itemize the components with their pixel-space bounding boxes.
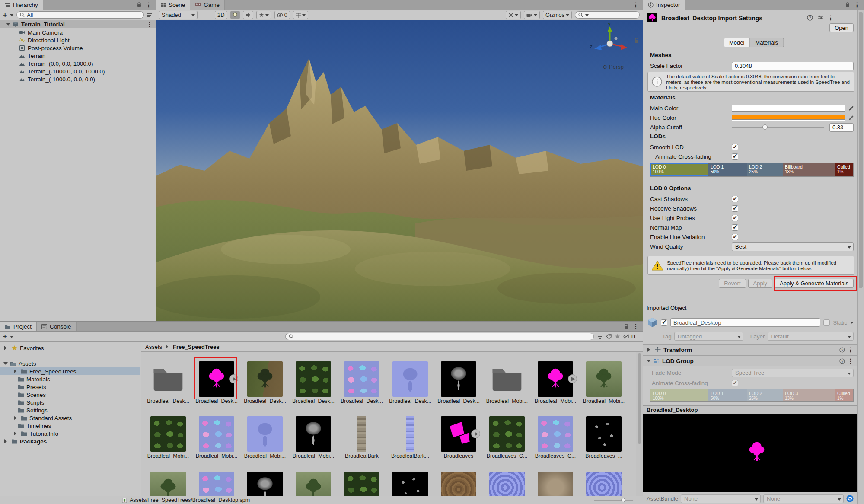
breadcrumb-root[interactable]: Assets — [145, 344, 162, 350]
component-menu-icon[interactable] — [848, 346, 854, 353]
gameobject-name-field[interactable]: Broadleaf_Desktop — [670, 318, 820, 327]
tree-item-tutorialinfo[interactable]: TutorialInfo — [0, 430, 140, 437]
create-dropdown-icon[interactable] — [10, 336, 13, 340]
eyedropper-icon[interactable] — [848, 105, 854, 111]
use-light-probes-checkbox[interactable] — [732, 215, 738, 221]
scene-menu-icon[interactable] — [147, 21, 153, 28]
asset-preview[interactable] — [643, 414, 857, 492]
hue-color-swatch[interactable] — [732, 115, 845, 121]
normalmap-tree-thumbnail[interactable] — [392, 361, 428, 397]
tree-item-free-speedtrees[interactable]: Free_SpeedTrees — [0, 367, 140, 375]
static-checkbox[interactable] — [823, 319, 830, 326]
asset-item[interactable]: Broadleaf_Mobi... — [586, 361, 622, 404]
foldout-down-icon[interactable] — [6, 23, 10, 28]
create-asset-button[interactable]: + — [3, 333, 7, 341]
slider-thumb[interactable] — [762, 124, 768, 130]
2d-toggle[interactable]: 2D — [215, 11, 227, 19]
asset-item-selected[interactable]: Broadleaf_Desk... — [199, 361, 234, 404]
leaf-atlas-thumbnail[interactable] — [489, 416, 525, 452]
lock-icon[interactable] — [137, 2, 141, 7]
scene-search[interactable] — [575, 11, 640, 19]
tab-game[interactable]: Game — [190, 0, 225, 10]
lod-group-component-header[interactable]: LOD Group ? — [643, 355, 857, 366]
asset-item[interactable]: Broadleaf_Desk... — [441, 361, 476, 404]
assetbundle-variant-dropdown[interactable]: None — [763, 494, 844, 503]
normalmap-atlas-thumbnail[interactable] — [344, 361, 379, 397]
audio-toggle[interactable] — [243, 11, 253, 19]
camera-settings-dropdown[interactable] — [524, 11, 540, 19]
lod2-segment[interactable]: LOD 225% — [747, 163, 783, 176]
asset-item[interactable]: Broadleaf_Mobi... — [247, 416, 283, 459]
scene-viewport[interactable]: y z Persp — [156, 20, 643, 321]
search-by-label-icon[interactable] — [606, 334, 612, 339]
lod-transition-bar[interactable]: LOD 0100% LOD 150% LOD 225% Billboard13%… — [650, 163, 854, 177]
panel-menu-icon[interactable] — [633, 323, 639, 330]
tab-project[interactable]: Project — [0, 322, 37, 331]
asset-grid-scrollbar[interactable] — [636, 352, 643, 496]
layer-dropdown[interactable]: Default — [768, 332, 854, 341]
speedtree-magenta-thumbnail[interactable] — [538, 361, 573, 397]
gray-tree-thumbnail[interactable] — [296, 416, 331, 452]
slider-thumb[interactable] — [621, 498, 625, 502]
hierarchy-item[interactable]: Terrain_(0.0, 0.0, 1000.0) — [0, 60, 156, 67]
leaf-atlas-thumbnail[interactable] — [296, 361, 331, 397]
help-icon[interactable]: ? — [839, 358, 845, 364]
tab-materials[interactable]: Materials — [749, 38, 783, 47]
lod0-segment[interactable]: LOD 0100% — [650, 163, 708, 176]
asset-item[interactable]: Broadleaves_C... — [489, 416, 525, 459]
folder-thumbnail[interactable] — [150, 361, 186, 397]
tab-console[interactable]: Console — [37, 322, 77, 331]
normalmap-tree-thumbnail[interactable] — [247, 416, 283, 452]
revert-button[interactable]: Revert — [719, 279, 746, 288]
lod2-segment[interactable]: LOD 225% — [747, 389, 783, 401]
foldout-down-icon[interactable] — [3, 362, 8, 367]
add-dropdown-icon[interactable] — [10, 14, 13, 18]
preview-header[interactable]: Broadleaf_Desktop — [643, 405, 857, 414]
hidden-objects-toggle[interactable]: 0 — [274, 11, 290, 19]
tree-item-standard-assets[interactable]: Standard Assets — [0, 414, 140, 422]
asset-item[interactable]: Broadleaves_... — [586, 416, 622, 459]
grid-dropdown[interactable] — [293, 11, 308, 19]
tab-hierarchy[interactable]: Hierarchy — [0, 0, 43, 10]
asset-item[interactable]: BroadleafBark... — [392, 416, 428, 459]
hierarchy-item[interactable]: Main Camera — [0, 29, 156, 36]
project-search[interactable] — [285, 333, 594, 340]
bark-normal-thumbnail[interactable] — [392, 416, 428, 452]
orientation-gizmo[interactable]: y z — [589, 23, 631, 64]
asset-item[interactable]: Broadleaf_Desk... — [150, 361, 186, 404]
tree-item-packages[interactable]: Packages — [0, 437, 140, 445]
subasset-expand-icon[interactable] — [568, 374, 577, 383]
shading-mode-dropdown[interactable]: Shaded — [159, 11, 198, 19]
tools-dropdown[interactable] — [506, 11, 521, 19]
asset-item[interactable]: Broadleaf_Desk... — [392, 361, 428, 404]
normalmap-atlas-thumbnail[interactable] — [199, 416, 234, 452]
gameobject-active-checkbox[interactable] — [661, 319, 667, 326]
hierarchy-item[interactable]: Terrain_(-1000.0, 0.0, 1000.0) — [0, 67, 156, 75]
cloud-services-icon[interactable] — [846, 495, 854, 502]
asset-item[interactable]: Broadleaves — [441, 416, 476, 459]
foldout-down-icon[interactable] — [647, 360, 651, 364]
header-menu-icon[interactable] — [828, 14, 834, 21]
subasset-expand-icon[interactable] — [471, 429, 480, 438]
tree-item-timelines[interactable]: Timelines — [0, 422, 140, 430]
add-object-button[interactable]: + — [3, 11, 7, 19]
scale-factor-input[interactable] — [732, 62, 854, 70]
hierarchy-item[interactable]: Terrain — [0, 52, 156, 60]
panel-menu-icon[interactable] — [146, 1, 152, 8]
gizmos-dropdown[interactable]: Gizmos — [543, 11, 572, 19]
cast-shadows-checkbox[interactable] — [732, 196, 738, 202]
alpha-cutoff-input[interactable] — [829, 123, 854, 132]
panel-menu-icon[interactable] — [633, 1, 639, 8]
foldout-right-icon[interactable] — [14, 369, 19, 373]
alpha-cutoff-slider[interactable] — [732, 127, 824, 128]
tree-item-scripts[interactable]: Scripts — [0, 399, 140, 406]
help-icon[interactable]: ? — [839, 347, 845, 353]
hierarchy-item[interactable]: Post-process Volume — [0, 44, 156, 52]
culled-segment[interactable]: Culled1% — [835, 163, 853, 176]
search-by-type-icon[interactable] — [597, 334, 603, 339]
tree-photo-thumbnail[interactable] — [247, 361, 283, 397]
foldout-right-icon[interactable] — [4, 439, 9, 443]
animate-cross-fading-checkbox[interactable] — [732, 153, 738, 160]
hierarchy-item[interactable]: Directional Light — [0, 36, 156, 44]
help-icon[interactable]: ? — [807, 15, 813, 21]
